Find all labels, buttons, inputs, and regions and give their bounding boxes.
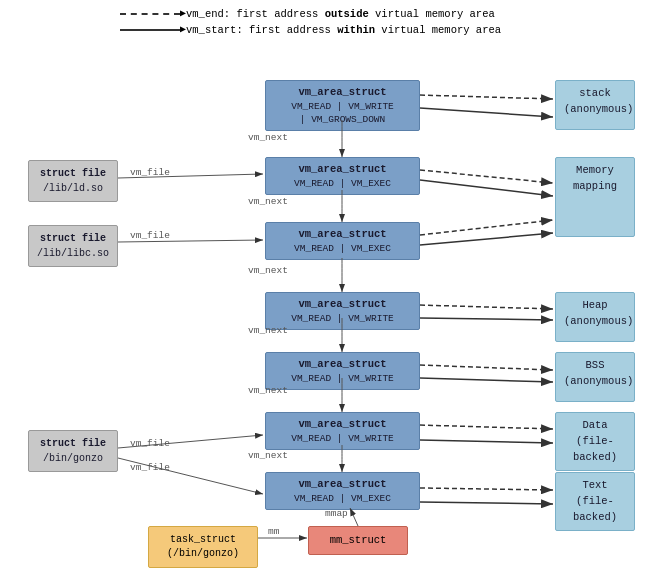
vma-box-1: vm_area_struct VM_READ | VM_WRITE | VM_G… [265,80,420,131]
svg-line-2 [420,95,553,99]
vma-box-6: vm_area_struct VM_READ | VM_WRITE [265,412,420,450]
vma-box-4: vm_area_struct VM_READ | VM_WRITE [265,292,420,330]
svg-line-7 [420,425,553,429]
svg-line-14 [420,440,553,443]
label-vm-file-libc: vm_file [130,230,170,241]
vma-box-7: vm_area_struct VM_READ | VM_EXEC [265,472,420,510]
mm-struct-box: mm_struct [308,526,408,555]
right-box-data: Data (file- backed) [555,412,635,471]
file-box-gonzo: struct file /bin/gonzo [28,430,118,472]
svg-line-5 [420,305,553,309]
right-box-heap: Heap (anonymous) [555,292,635,342]
svg-line-15 [420,502,553,504]
label-vm-file-ld: vm_file [130,167,170,178]
label-mmap: mmap [325,508,348,519]
legend: vm_end: first address outside virtual me… [120,8,501,36]
label-vm-next-1: vm_next [248,132,288,143]
svg-line-4 [420,220,553,235]
label-vm-file-gonzo2: vm_file [130,462,170,473]
svg-line-13 [420,378,553,382]
label-vm-file-gonzo1: vm_file [130,438,170,449]
right-box-stack: stack (anonymous) [555,80,635,130]
svg-line-11 [420,233,553,245]
svg-line-12 [420,318,553,320]
dashed-line-icon [120,13,180,15]
svg-line-10 [420,180,553,196]
solid-line-icon [120,29,180,31]
svg-line-20 [350,508,358,526]
legend-solid: vm_start: first address within virtual m… [120,24,501,36]
diagram: vm_end: first address outside virtual me… [0,0,662,570]
right-box-mapping: Memory mapping [555,157,635,237]
label-vm-next-2: vm_next [248,196,288,207]
svg-line-8 [420,488,553,490]
label-vm-next-4: vm_next [248,325,288,336]
vma-box-5: vm_area_struct VM_READ | VM_WRITE [265,352,420,390]
right-box-text: Text (file- backed) [555,472,635,531]
right-box-bss: BSS (anonymous) [555,352,635,402]
task-struct-box: task_struct (/bin/gonzo) [148,526,258,568]
svg-line-6 [420,365,553,370]
legend-dashed: vm_end: first address outside virtual me… [120,8,501,20]
vma-box-2: vm_area_struct VM_READ | VM_EXEC [265,157,420,195]
label-vm-next-5: vm_next [248,385,288,396]
file-box-libc: struct file /lib/libc.so [28,225,118,267]
vma-box-3: vm_area_struct VM_READ | VM_EXEC [265,222,420,260]
svg-line-9 [420,108,553,117]
file-box-ld: struct file /lib/ld.so [28,160,118,202]
label-vm-next-3: vm_next [248,265,288,276]
svg-line-3 [420,170,553,183]
legend-solid-text: vm_start: first address within virtual m… [186,24,501,36]
label-mm: mm [268,526,279,537]
legend-dashed-text: vm_end: first address outside virtual me… [186,8,495,20]
label-vm-next-6: vm_next [248,450,288,461]
